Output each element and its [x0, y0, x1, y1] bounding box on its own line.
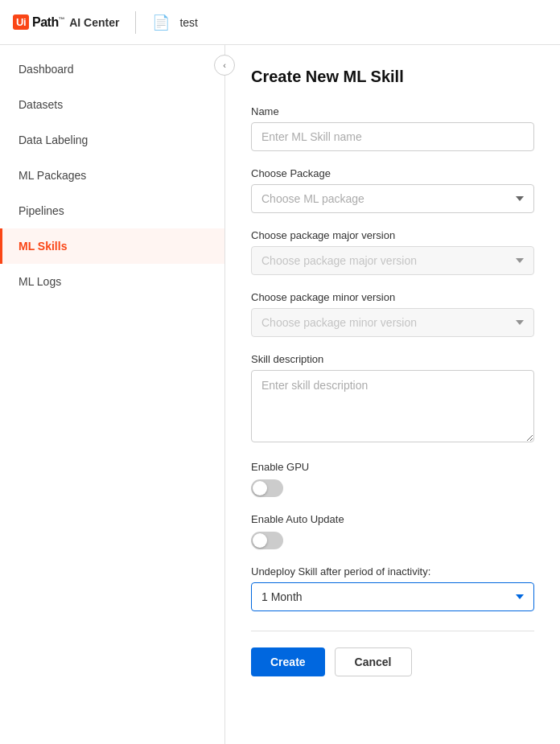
choose-minor-select[interactable]: Choose package minor version [251, 308, 534, 337]
main-content: Create New ML Skill Name Choose Package … [225, 45, 560, 744]
sidebar-item-datasets[interactable]: Datasets [0, 87, 224, 122]
undeploy-select[interactable]: Never 1 Month 3 Months 6 Months [251, 582, 534, 611]
undeploy-group: Undeploy Skill after period of inactivit… [251, 565, 534, 611]
sidebar-item-label: ML Logs [19, 275, 61, 288]
name-input[interactable] [251, 122, 534, 151]
sidebar: ‹ Dashboard Datasets Data Labeling ML Pa… [0, 45, 225, 744]
form-footer: Create Cancel [251, 631, 534, 693]
sidebar-item-ml-skills[interactable]: ML Skills [0, 228, 224, 264]
name-label: Name [251, 105, 534, 117]
name-group: Name [251, 105, 534, 151]
choose-major-label: Choose package major version [251, 229, 534, 241]
skill-description-group: Skill description [251, 353, 534, 445]
choose-major-select[interactable]: Choose package major version [251, 246, 534, 275]
logo: Ui Path™ AI Center [13, 14, 119, 30]
sidebar-item-dashboard[interactable]: Dashboard [0, 51, 224, 87]
enable-auto-update-toggle[interactable] [251, 532, 283, 549]
enable-auto-update-group: Enable Auto Update [251, 513, 534, 549]
sidebar-item-label: Data Labeling [19, 134, 88, 146]
enable-gpu-toggle[interactable] [251, 479, 283, 497]
sidebar-item-pipelines[interactable]: Pipelines [0, 193, 224, 228]
choose-package-group: Choose Package Choose ML package [251, 167, 534, 213]
skill-description-label: Skill description [251, 353, 534, 365]
create-button[interactable]: Create [251, 647, 325, 676]
sidebar-item-label: Pipelines [19, 204, 64, 217]
sidebar-collapse-button[interactable]: ‹ [214, 55, 235, 76]
sidebar-item-label: ML Skills [19, 240, 67, 253]
choose-major-version-group: Choose package major version Choose pack… [251, 229, 534, 275]
page-title: Create New ML Skill [251, 68, 534, 86]
project-name: test [179, 16, 198, 29]
sidebar-item-label: Datasets [19, 98, 63, 111]
sidebar-item-ml-packages[interactable]: ML Packages [0, 158, 224, 193]
choose-minor-version-group: Choose package minor version Choose pack… [251, 291, 534, 337]
choose-minor-label: Choose package minor version [251, 291, 534, 303]
layout: ‹ Dashboard Datasets Data Labeling ML Pa… [0, 45, 560, 744]
sidebar-item-label: Dashboard [19, 63, 74, 76]
skill-description-textarea[interactable] [251, 370, 534, 442]
cancel-button[interactable]: Cancel [335, 647, 412, 676]
header-divider [135, 11, 136, 34]
sidebar-item-label: ML Packages [19, 169, 86, 182]
logo-ui-text: Ui [13, 14, 29, 30]
choose-package-select[interactable]: Choose ML package [251, 184, 534, 213]
document-icon: 📄 [152, 14, 170, 31]
choose-package-label: Choose Package [251, 167, 534, 179]
sidebar-item-data-labeling[interactable]: Data Labeling [0, 122, 224, 158]
header: Ui Path™ AI Center 📄 test [0, 0, 560, 45]
sidebar-item-ml-logs[interactable]: ML Logs [0, 264, 224, 299]
enable-gpu-group: Enable GPU [251, 461, 534, 497]
ai-center-label: AI Center [69, 16, 119, 29]
enable-gpu-label: Enable GPU [251, 461, 534, 473]
enable-auto-update-label: Enable Auto Update [251, 513, 534, 525]
logo-path-text: Path™ [32, 15, 64, 30]
undeploy-label: Undeploy Skill after period of inactivit… [251, 565, 534, 578]
